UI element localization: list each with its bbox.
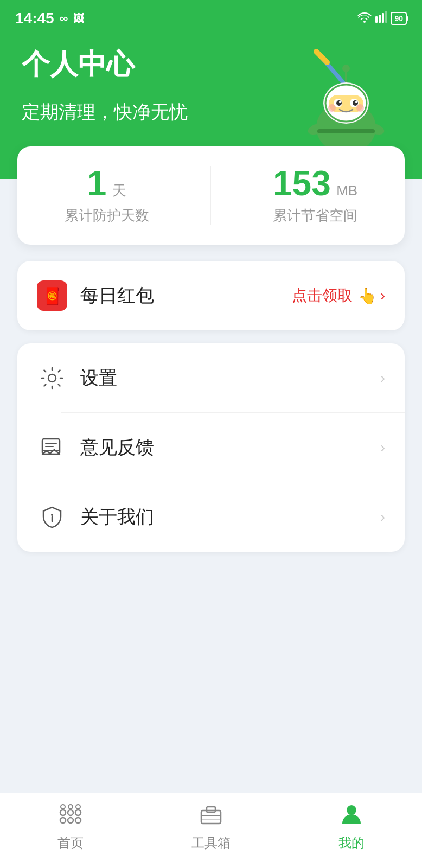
red-packet-item[interactable]: 🧧 每日红包 点击领取 👆 ›: [17, 261, 405, 330]
time-display: 14:45: [15, 10, 54, 27]
feedback-item[interactable]: 意见反馈 ›: [17, 413, 405, 482]
about-label: 关于我们: [80, 505, 380, 529]
red-packet-label: 每日红包: [80, 283, 292, 308]
svg-point-41: [76, 805, 80, 809]
feedback-chevron: ›: [380, 439, 385, 456]
red-packet-action-text: 点击领取: [292, 285, 353, 306]
red-packet-icon: 🧧: [37, 280, 67, 311]
status-bar: 14:45 ∞ 🖼 90: [0, 0, 422, 35]
red-packet-icon-container: 🧧: [37, 280, 67, 311]
about-item[interactable]: 关于我们 ›: [17, 482, 405, 552]
red-packet-card: 🧧 每日红包 点击领取 👆 ›: [17, 261, 405, 330]
days-label: 累计防护天数: [65, 206, 149, 225]
toolbox-icon: [199, 803, 223, 830]
svg-point-20: [342, 65, 350, 72]
nav-home[interactable]: 首页: [0, 803, 140, 852]
svg-rect-1: [379, 15, 381, 23]
feedback-right: ›: [380, 439, 385, 456]
svg-point-13: [336, 100, 342, 106]
battery-display: 90: [391, 12, 407, 25]
svg-point-37: [68, 810, 73, 815]
settings-card: 设置 › 意见反馈 ›: [17, 343, 405, 552]
stat-days-value-row: 1 天: [65, 166, 149, 201]
svg-point-14: [353, 100, 358, 106]
home-icon: [59, 803, 82, 830]
svg-point-38: [75, 810, 81, 815]
stats-divider: [210, 166, 211, 225]
feedback-icon-container: [37, 432, 67, 463]
days-number: 1: [87, 164, 107, 203]
svg-point-26: [48, 374, 56, 382]
home-label: 首页: [57, 834, 84, 852]
settings-section: 设置 › 意见反馈 ›: [17, 343, 405, 552]
svg-line-5: [316, 52, 327, 62]
red-packet-chevron: ›: [380, 287, 385, 304]
svg-point-17: [328, 104, 336, 112]
svg-point-33: [60, 818, 66, 823]
feedback-label: 意见反馈: [80, 435, 380, 460]
status-right-icons: 90: [357, 11, 407, 26]
stat-days: 1 天 累计防护天数: [65, 166, 149, 225]
svg-point-16: [355, 101, 357, 103]
svg-rect-2: [382, 13, 384, 23]
svg-rect-0: [375, 16, 378, 23]
infinity-icon: ∞: [60, 11, 68, 25]
stats-card: 1 天 累计防护天数 153 MB 累计节省空间: [17, 146, 405, 245]
svg-point-34: [68, 818, 73, 823]
days-unit: 天: [112, 182, 126, 199]
about-chevron: ›: [380, 508, 385, 526]
svg-point-36: [60, 810, 66, 815]
settings-right: ›: [380, 369, 385, 387]
svg-point-39: [61, 805, 65, 809]
svg-point-15: [339, 101, 341, 103]
svg-rect-3: [385, 11, 387, 23]
svg-rect-25: [317, 129, 375, 133]
settings-chevron: ›: [380, 369, 385, 387]
settings-label: 设置: [80, 366, 380, 391]
red-packet-action: 点击领取 👆 ›: [292, 285, 385, 306]
settings-item[interactable]: 设置 ›: [17, 343, 405, 413]
space-number: 153: [273, 164, 331, 203]
finger-icon: 👆: [358, 287, 377, 305]
about-icon-container: [37, 502, 67, 532]
feedback-icon: [40, 436, 64, 459]
mine-label: 我的: [338, 834, 365, 852]
toolbox-label: 工具箱: [191, 834, 231, 852]
status-time-area: 14:45 ∞ 🖼: [15, 10, 84, 27]
stat-space-value-row: 153 MB: [273, 166, 357, 201]
svg-point-46: [347, 805, 356, 815]
svg-point-40: [68, 805, 73, 809]
info-shield-icon: [40, 505, 64, 529]
svg-rect-43: [207, 807, 215, 812]
signal-icon: [375, 11, 387, 26]
wifi-icon: [357, 11, 372, 26]
settings-icon-container: [37, 363, 67, 393]
nav-toolbox[interactable]: 工具箱: [140, 803, 281, 852]
gear-icon: [40, 366, 64, 390]
space-unit: MB: [336, 182, 357, 199]
stat-space: 153 MB 累计节省空间: [273, 166, 357, 225]
svg-point-35: [75, 818, 81, 823]
about-right: ›: [380, 508, 385, 526]
space-label: 累计节省空间: [273, 206, 357, 225]
gallery-icon: 🖼: [73, 12, 84, 25]
mine-icon: [340, 803, 363, 830]
bottom-navigation: 首页 工具箱 我的: [0, 793, 422, 868]
svg-point-18: [356, 104, 364, 112]
svg-point-31: [51, 514, 53, 516]
red-packet-section: 🧧 每日红包 点击领取 👆 ›: [17, 261, 405, 330]
nav-mine[interactable]: 我的: [282, 803, 422, 852]
